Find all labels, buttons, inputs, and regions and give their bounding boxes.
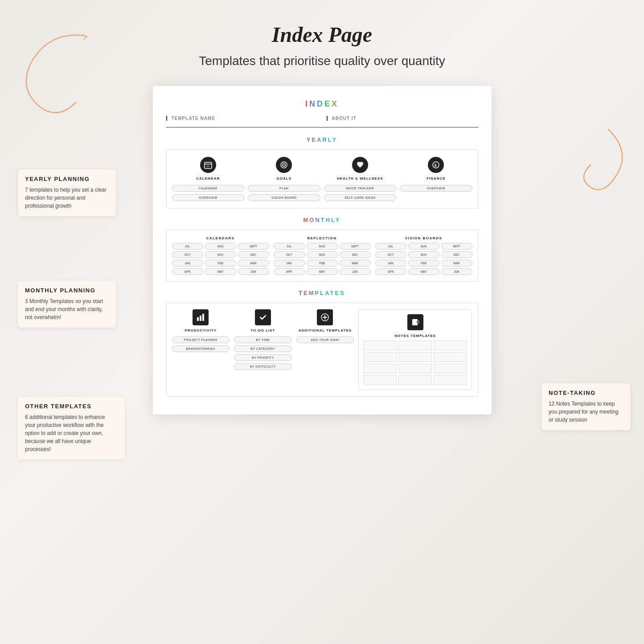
cal-jul: JUL [172,243,203,250]
productivity-tag-1: PROJECT PLANNER [172,336,230,343]
cal-aug: AUG [205,243,236,250]
page-subtitle: Templates that prioritise quality over q… [199,54,445,68]
svg-text:24: 24 [206,165,209,168]
additional-col: ADDITIONAL TEMPLATES ADD YOUR OWN! [296,309,354,343]
monthly-planning-title: MONTHLY PLANNING [25,287,109,294]
todo-tag-3: BY PRIORITY [234,354,292,361]
notes-box-9 [434,364,467,373]
yearly-col-goals: GOALS PLAN VISION BOARD [248,157,320,201]
cal-mar: MAR [238,260,269,267]
todo-tag-1: BY TIME [234,336,292,343]
todo-tag-2: BY CATEGORY [234,345,292,352]
yearly-col-calendar: 24 CALENDAR CALENDAR OVERVIEW [172,157,245,201]
calendar-icon: 24 [200,157,216,173]
svg-rect-7 [197,317,199,321]
monthly-col-calendars: CALENDARS JUL AUG SEPT OCT NOV DEC JAN F… [172,236,269,275]
cal-dec: DEC [238,251,269,258]
ref-dec: DEC [340,251,371,258]
health-icon [352,157,368,173]
additional-label: ADDITIONAL TEMPLATES [299,328,352,332]
yearly-col-health: HEALTH & WELLNESS MOOD TRACKER SELF-CARE… [324,157,397,201]
swirl-decoration-right [582,125,635,214]
index-title: INDEX [166,99,478,109]
notes-box-1 [363,340,397,350]
notes-box-8 [398,364,432,373]
notes-box-12 [434,375,467,385]
productivity-label: PRODUCTIVITY [185,328,217,332]
monthly-col-vision: VISION BOARDS JUL AUG SEPT OCT NOV DEC J… [375,236,472,275]
yearly-planning-title: YEARLY PLANNING [25,176,109,182]
calendar-tag-1: CALENDAR [172,185,245,192]
monthly-vision-label: VISION BOARDS [375,236,472,240]
vis-nov: NOV [408,251,439,258]
productivity-icon [193,309,209,325]
additional-tag-1: ADD YOUR OWN! [296,336,354,343]
monthly-grid: CALENDARS JUL AUG SEPT OCT NOV DEC JAN F… [172,236,472,275]
monthly-section-label: MONTHLY [166,217,478,223]
notes-label: NOTES TEMPLATES [363,334,467,338]
monthly-planning-text: 3 Monthly Templates so you start and end… [25,297,109,321]
ref-oct: OCT [274,251,305,258]
cal-jun: JUN [238,268,269,275]
ref-feb: FEB [307,260,338,267]
cal-jan: JAN [172,260,203,267]
note-taking-text: 12 Notes Templates to keep you prepared … [549,400,623,424]
templates-inner: PRODUCTIVITY PROJECT PLANNER BRAINSTORMI… [172,309,472,390]
cal-sept: SEPT [238,243,269,250]
other-templates-text: 6 additional templates to enhance your p… [25,413,114,453]
todo-icon [255,309,271,325]
finance-icon: $ [428,157,444,173]
notes-icon [407,314,423,330]
calendar-tag-2: OVERVIEW [172,194,245,201]
goals-label: GOALS [277,176,291,180]
other-templates-title: OTHER TEMPLATES [25,403,118,410]
notes-box-6 [434,352,467,362]
vis-dec: DEC [441,251,472,258]
swirl-decoration-left [13,27,103,116]
templates-section-label: TEMPLATES [166,290,478,296]
monthly-label-text: MONTHLY [303,217,340,223]
yearly-section: 24 CALENDAR CALENDAR OVERVIEW GOALS PLAN… [166,149,478,209]
notes-box-11 [398,375,432,385]
yearly-grid: 24 CALENDAR CALENDAR OVERVIEW GOALS PLAN… [172,157,472,201]
todo-tag-4: BY DIFFICULTY [234,363,292,370]
todo-label: TO-DO LIST [250,328,275,332]
col2-label: About it [332,116,478,121]
monthly-section: CALENDARS JUL AUG SEPT OCT NOV DEC JAN F… [166,230,478,282]
note-taking-callout: NOTE-TAKING 12 Notes Templates to keep y… [541,383,631,430]
calendars-pills-grid: JUL AUG SEPT OCT NOV DEC JAN FEB MAR APR… [172,243,269,275]
ref-nov: NOV [307,251,338,258]
health-tag-2: SELF-CARE IDEAS [324,194,397,201]
monthly-calendars-label: CALENDARS [172,236,269,240]
ref-jun: JUN [340,268,371,275]
monthly-planning-callout: MONTHLY PLANNING 3 Monthly Templates so … [18,281,116,328]
svg-text:$: $ [435,163,437,168]
ref-sept: SEPT [340,243,371,250]
vis-feb: FEB [408,260,439,267]
ref-jan: JAN [274,260,305,267]
todo-col: TO-DO LIST BY TIME BY CATEGORY BY PRIORI… [234,309,292,370]
productivity-col: PRODUCTIVITY PROJECT PLANNER BRAINSTORMI… [172,309,230,352]
productivity-tag-2: BRAINSTORMING [172,345,230,352]
vision-pills-grid: JUL AUG SEPT OCT NOV DEC JAN FEB MAR APR… [375,243,472,275]
ref-jul: JUL [274,243,305,250]
vis-mar: MAR [441,260,472,267]
svg-point-4 [283,164,284,165]
vis-aug: AUG [408,243,439,250]
notes-box-3 [434,340,467,350]
notes-box-2 [398,340,432,350]
notes-box-10 [363,375,397,385]
additional-icon [317,309,333,325]
other-templates-callout: OTHER TEMPLATES 6 additional templates t… [18,397,125,459]
vis-apr: APR [375,268,406,275]
finance-tag-1: OVERVIEW [400,185,472,192]
index-col-about: About it [327,116,478,121]
vis-jun: JUN [441,268,472,275]
goals-tag-1: PLAN [248,185,320,192]
ref-mar: MAR [340,260,371,267]
monthly-col-reflection: REFLECTION JUL AUG SEPT OCT NOV DEC JAN … [274,236,371,275]
goals-tag-2: VISION BOARD [248,194,320,201]
svg-rect-9 [202,314,204,321]
svg-rect-8 [200,316,201,321]
notes-box-7 [363,364,397,373]
